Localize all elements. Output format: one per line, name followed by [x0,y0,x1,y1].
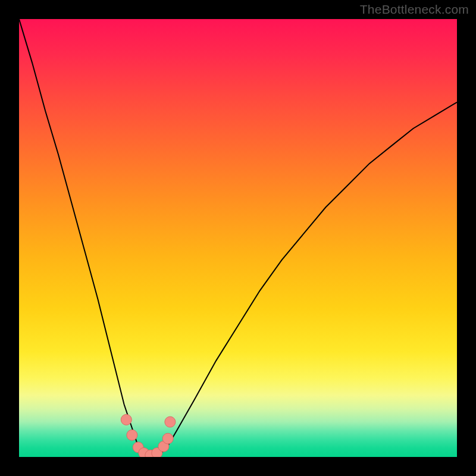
plot-area [19,19,457,457]
curve-markers [121,414,176,457]
chart-frame: TheBottleneck.com [0,0,476,476]
curve-line [19,19,457,456]
curve-marker [162,433,173,444]
curve-marker [121,414,131,425]
watermark-text: TheBottleneck.com [360,2,469,17]
bottleneck-curve [19,19,457,457]
curve-marker [127,430,137,440]
curve-marker [165,416,176,427]
